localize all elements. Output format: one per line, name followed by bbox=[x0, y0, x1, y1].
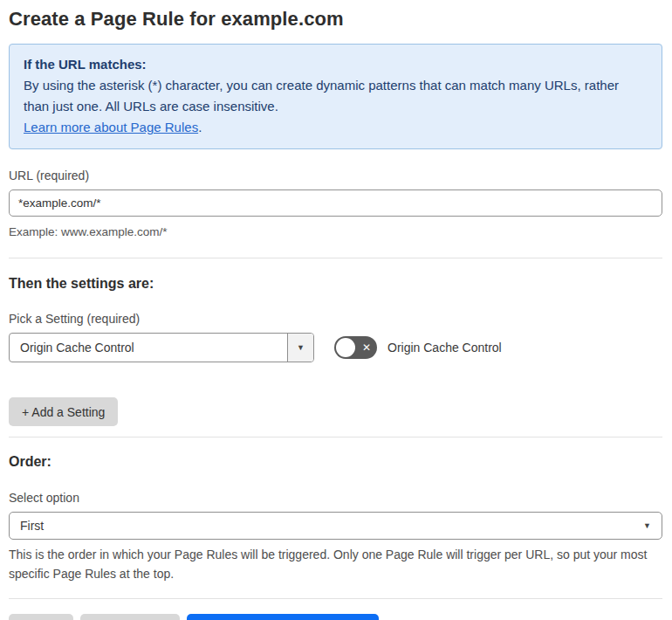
save-and-deploy-button[interactable]: Save and Deploy Page Rule bbox=[187, 614, 379, 620]
chevron-down-icon: ▼ bbox=[643, 522, 651, 530]
add-setting-button[interactable]: + Add a Setting bbox=[9, 397, 118, 426]
setting-select-value: Origin Cache Control bbox=[10, 334, 287, 362]
cancel-button[interactable]: Cancel bbox=[9, 614, 73, 620]
toggle-knob bbox=[336, 338, 355, 357]
page-title: Create a Page Rule for example.com bbox=[9, 8, 662, 31]
order-select[interactable]: First ▼ bbox=[9, 512, 662, 540]
create-page-rule-form: Create a Page Rule for example.com If th… bbox=[0, 0, 672, 620]
origin-cache-control-toggle[interactable]: ✕ bbox=[334, 336, 377, 359]
order-heading: Order: bbox=[9, 454, 662, 470]
footer-actions: Cancel Save as Draft Save and Deploy Pag… bbox=[9, 614, 662, 620]
order-select-label: Select option bbox=[9, 491, 662, 505]
url-field-label: URL (required) bbox=[9, 169, 662, 183]
url-section: URL (required) Example: www.example.com/… bbox=[9, 169, 662, 241]
order-section: Order: Select option First ▼ This is the… bbox=[9, 454, 662, 583]
toggle-label: Origin Cache Control bbox=[387, 341, 502, 355]
info-box-heading: If the URL matches: bbox=[24, 54, 648, 75]
setting-select-arrow-button[interactable]: ▼ bbox=[287, 334, 313, 362]
order-select-value: First bbox=[20, 519, 44, 533]
info-box-body: By using the asterisk (*) character, you… bbox=[24, 75, 648, 117]
divider bbox=[9, 437, 662, 437]
order-helper-text: This is the order in which your Page Rul… bbox=[9, 545, 658, 583]
setting-row: Origin Cache Control ▼ ✕ Origin Cache Co… bbox=[9, 333, 662, 362]
url-match-info-box: If the URL matches: By using the asteris… bbox=[9, 44, 662, 149]
pick-setting-label: Pick a Setting (required) bbox=[9, 312, 662, 326]
settings-heading: Then the settings are: bbox=[9, 276, 662, 292]
link-suffix: . bbox=[198, 120, 202, 134]
info-box-link-row: Learn more about Page Rules. bbox=[24, 117, 648, 138]
url-input[interactable] bbox=[9, 189, 662, 217]
save-as-draft-button[interactable]: Save as Draft bbox=[80, 614, 181, 620]
chevron-down-icon: ▼ bbox=[297, 344, 305, 352]
divider bbox=[9, 258, 662, 258]
toggle-off-x-icon: ✕ bbox=[362, 342, 371, 353]
url-example-helper: Example: www.example.com/* bbox=[9, 223, 662, 241]
setting-select[interactable]: Origin Cache Control ▼ bbox=[9, 333, 314, 362]
settings-section: Then the settings are: Pick a Setting (r… bbox=[9, 276, 662, 426]
learn-more-link[interactable]: Learn more about Page Rules bbox=[24, 120, 198, 134]
divider bbox=[9, 598, 662, 599]
